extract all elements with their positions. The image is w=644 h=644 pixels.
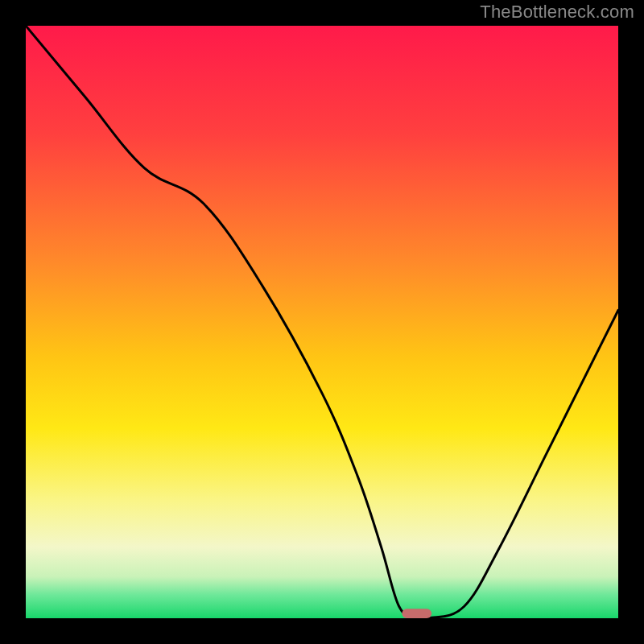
optimal-marker <box>402 609 431 618</box>
chart-frame: TheBottleneck.com <box>0 0 644 644</box>
gradient-background <box>26 26 618 618</box>
watermark-text: TheBottleneck.com <box>480 2 634 23</box>
chart-plot-area <box>26 26 618 618</box>
chart-svg <box>26 26 618 618</box>
